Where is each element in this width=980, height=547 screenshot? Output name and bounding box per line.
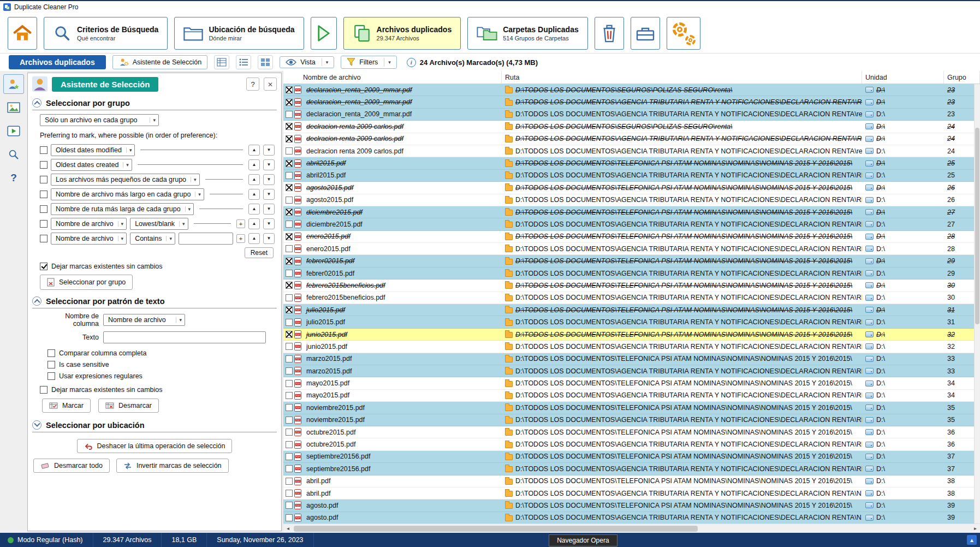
invert-selection-button[interactable]: Invertir marcas de selección	[116, 459, 229, 473]
table-row[interactable]: PDF octubre2015.pdf D:\TODOS LOS DOCUMEN…	[283, 426, 980, 438]
table-row[interactable]: PDF declracion renta 2009 carlos.pdf D:\…	[283, 133, 980, 145]
tab-duplicate-files[interactable]: Archivos duplicados 29.347 Archivos	[343, 17, 461, 50]
table-row[interactable]: PDF declaracion_renta_2009_mmar.pdf D:\T…	[283, 109, 980, 121]
tools-button[interactable]	[631, 17, 660, 50]
row-checkbox[interactable]	[286, 258, 293, 265]
wizard-help-button[interactable]: ?	[246, 78, 259, 91]
row-checkbox[interactable]	[286, 404, 293, 411]
move-up-button[interactable]: ▲	[248, 159, 260, 170]
taskbar-item-opera[interactable]: Navegador Opera	[549, 534, 617, 546]
row-checkbox[interactable]	[286, 514, 293, 521]
row-checkbox[interactable]	[286, 123, 293, 130]
vertical-scrollbar[interactable]	[974, 84, 980, 524]
table-row[interactable]: PDF septiembre20156.pdf D:\TODOS LOS DOC…	[283, 463, 980, 475]
preference-dropdown[interactable]: Oldest dates modified▾	[51, 144, 135, 156]
table-row[interactable]: PDF abril2015.pdf D:\TODOS LOS DOCUMENTO…	[283, 157, 980, 169]
row-checkbox[interactable]	[286, 380, 293, 387]
mark-button[interactable]: Marcar	[42, 399, 91, 413]
unmark-button[interactable]: Desmarcar	[98, 399, 159, 413]
row-checkbox[interactable]	[286, 111, 293, 118]
preference-checkbox[interactable]	[40, 235, 47, 242]
preference-checkbox[interactable]	[40, 205, 47, 213]
row-checkbox[interactable]	[286, 502, 293, 509]
table-row[interactable]: PDF declracion renta 2009 carlos.pdf D:\…	[283, 121, 980, 133]
row-checkbox[interactable]	[286, 160, 293, 167]
table-row[interactable]: PDF declaracion_renta_2009_mmar.pdf D:\T…	[283, 96, 980, 108]
row-checkbox[interactable]	[286, 294, 293, 301]
table-row[interactable]: PDF diciembre2015.pdf D:\TODOS LOS DOCUM…	[283, 218, 980, 230]
tab-search-criteria[interactable]: Criterios de Búsqueda Qué encontrar	[44, 17, 168, 50]
column-name-dropdown[interactable]: Nombre de archivo ▾	[103, 314, 185, 326]
table-row[interactable]: PDF julio2015.pdf D:\TODOS LOS DOCUMENTO…	[283, 304, 980, 316]
sidebar-button-media[interactable]	[3, 121, 24, 141]
table-row[interactable]: PDF agosto2015.pdf D:\TODOS LOS DOCUMENT…	[283, 182, 980, 194]
row-checkbox[interactable]	[286, 147, 293, 154]
table-row[interactable]: PDF noviembre2015.pdf D:\TODOS LOS DOCUM…	[283, 402, 980, 414]
sidebar-button-preview[interactable]	[3, 98, 24, 117]
section-by-text-header[interactable]: Seleccionar por patrón de texto	[32, 296, 277, 308]
tab-duplicate-folders[interactable]: Carpetas Duplicadas 514 Grupos de Carpet…	[467, 17, 588, 50]
move-down-button[interactable]: ▼	[263, 174, 275, 185]
preference-secondary-dropdown[interactable]: Contains▾	[130, 233, 175, 245]
move-up-button[interactable]: ▲	[248, 145, 260, 156]
preference-dropdown[interactable]: Nombre de archivo▾	[51, 233, 127, 245]
row-checkbox[interactable]	[286, 490, 293, 497]
scroll-left-icon[interactable]: ◄	[283, 524, 293, 533]
column-header-name[interactable]: Nombre de archivo	[283, 71, 502, 84]
move-down-button[interactable]: ▼	[263, 218, 275, 229]
preference-text-input[interactable]	[179, 233, 233, 245]
row-checkbox[interactable]	[286, 319, 293, 326]
view-grid-button[interactable]	[258, 55, 273, 69]
row-checkbox[interactable]	[286, 367, 293, 374]
keep-marks-checkbox-group[interactable]	[40, 263, 47, 270]
table-row[interactable]: PDF junio2015.pdf D:\TODOS LOS DOCUMENTO…	[283, 329, 980, 341]
section-by-group-header[interactable]: Seleccionar por grupo	[32, 98, 277, 110]
move-down-button[interactable]: ▼	[263, 189, 275, 200]
table-row[interactable]: PDF mayo2015.pdf D:\TODOS LOS DOCUMENTOS…	[283, 377, 980, 389]
table-row[interactable]: PDF abril2015.pdf D:\TODOS LOS DOCUMENTO…	[283, 170, 980, 182]
move-down-button[interactable]: ▼	[263, 145, 275, 156]
row-checkbox[interactable]	[286, 209, 293, 216]
selection-assistant-button[interactable]: Asistente de Selección	[112, 55, 207, 69]
row-checkbox[interactable]	[286, 197, 293, 204]
select-by-group-button[interactable]: Seleccionar por grupo	[40, 275, 133, 290]
preference-dropdown[interactable]: Oldest dates created▾	[51, 159, 132, 171]
view-details-button[interactable]	[214, 55, 229, 69]
preference-dropdown[interactable]: Nombre de archivo▾	[51, 218, 127, 230]
row-checkbox[interactable]	[286, 221, 293, 228]
text-option-checkbox[interactable]	[47, 361, 55, 368]
preference-checkbox[interactable]	[40, 146, 47, 154]
row-checkbox[interactable]	[286, 172, 293, 179]
table-row[interactable]: PDF abril.pdf D:\TODOS LOS DOCUMENTOS\TE…	[283, 475, 980, 487]
wizard-close-button[interactable]	[264, 78, 277, 91]
table-row[interactable]: PDF agosto.pdf D:\TODOS LOS DOCUMENTOS\T…	[283, 500, 980, 512]
preference-dropdown[interactable]: Nombre de archivo más largo en cada grup…	[51, 188, 204, 200]
move-up-button[interactable]: ▲	[248, 233, 260, 244]
table-row[interactable]: PDF septiembre20156.pdf D:\TODOS LOS DOC…	[283, 451, 980, 463]
table-row[interactable]: PDF octubre2015.pdf D:\TODOS LOS DOCUMEN…	[283, 438, 980, 450]
move-up-button[interactable]: ▲	[248, 218, 260, 229]
move-up-button[interactable]: ▲	[248, 174, 260, 185]
reset-button[interactable]: Reset	[245, 247, 274, 258]
sidebar-button-help[interactable]: ?	[3, 168, 24, 188]
row-checkbox[interactable]	[286, 417, 293, 424]
move-up-button[interactable]: ▲	[248, 189, 260, 200]
keep-marks-checkbox-text[interactable]	[40, 386, 47, 394]
table-row[interactable]: PDF agosto2015.pdf D:\TODOS LOS DOCUMENT…	[283, 194, 980, 206]
table-row[interactable]: PDF abril.pdf D:\TODOS LOS DOCUMENTOS\AG…	[283, 487, 980, 500]
table-row[interactable]: PDF febrer02015.pdf D:\TODOS LOS DOCUMEN…	[283, 255, 980, 267]
move-down-button[interactable]: ▼	[263, 159, 275, 170]
table-row[interactable]: PDF declracion renta 2009 carlos.pdf D:\…	[283, 145, 980, 157]
horizontal-scrollbar[interactable]: ◄ ►	[283, 524, 980, 533]
row-checkbox[interactable]	[286, 282, 293, 289]
section-by-location-header[interactable]: Seleccionar por ubicación	[32, 420, 277, 432]
tray-icon[interactable]: ▲	[967, 535, 977, 545]
table-row[interactable]: PDF enero2015.pdf D:\TODOS LOS DOCUMENTO…	[283, 231, 980, 243]
preference-checkbox[interactable]	[40, 161, 47, 169]
row-checkbox[interactable]	[286, 429, 293, 436]
row-checkbox[interactable]	[286, 86, 293, 93]
vista-dropdown[interactable]: Vista ▾	[280, 56, 334, 68]
table-row[interactable]: PDF julio2015.pdf D:\TODOS LOS DOCUMENTO…	[283, 316, 980, 328]
row-checkbox[interactable]	[286, 306, 293, 313]
table-row[interactable]: PDF junio2015.pdf D:\TODOS LOS DOCUMENTO…	[283, 341, 980, 353]
